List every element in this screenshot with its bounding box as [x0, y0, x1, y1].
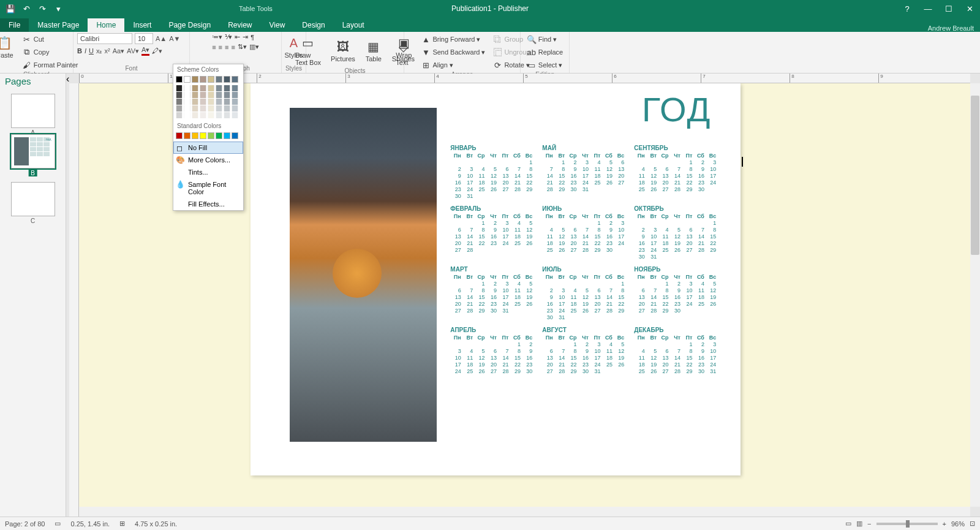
help-button[interactable]: ?: [897, 0, 918, 17]
bring-forward-button[interactable]: ▲Bring Forward ▾: [418, 33, 488, 45]
color-swatch[interactable]: [176, 85, 183, 91]
find-button[interactable]: 🔍Find ▾: [524, 33, 565, 45]
color-swatch[interactable]: [176, 105, 183, 112]
color-swatch[interactable]: [184, 92, 190, 98]
redo-button[interactable]: ↷: [36, 2, 49, 15]
change-case-button[interactable]: AV▾: [127, 47, 139, 55]
zoom-slider[interactable]: [876, 523, 938, 525]
tab-insert[interactable]: Insert: [124, 18, 160, 32]
color-swatch[interactable]: [208, 112, 214, 118]
vertical-ruler[interactable]: [69, 83, 79, 517]
color-swatch[interactable]: [232, 92, 238, 98]
tab-page-design[interactable]: Page Design: [160, 18, 219, 32]
no-fill-item[interactable]: ◻No Fill: [173, 142, 243, 154]
color-swatch[interactable]: [216, 132, 222, 139]
close-button[interactable]: ✕: [959, 0, 980, 17]
publication-page[interactable]: ГОД ЯНВАРЬПнВтСрЧтПтСбВс 123456789101112…: [251, 83, 741, 475]
zoom-level[interactable]: 96%: [951, 520, 965, 528]
color-swatch[interactable]: [216, 105, 222, 112]
color-swatch[interactable]: [176, 92, 183, 98]
color-swatch[interactable]: [232, 132, 238, 139]
sample-font-color-item[interactable]: 💧Sample Font Color: [173, 178, 243, 198]
color-swatch[interactable]: [216, 76, 222, 83]
save-button[interactable]: 💾: [4, 2, 17, 15]
paragraph-marks-button[interactable]: ¶: [251, 34, 254, 41]
color-swatch[interactable]: [192, 85, 198, 91]
decrease-indent-button[interactable]: ⇤: [235, 33, 240, 41]
align-center-button[interactable]: ≡: [219, 44, 222, 51]
color-swatch[interactable]: [176, 132, 183, 139]
line-spacing-button[interactable]: ⇅▾: [238, 43, 247, 51]
zoom-in-button[interactable]: +: [943, 520, 946, 528]
draw-text-box-button[interactable]: ▭Draw Text Box: [292, 33, 325, 67]
align-button[interactable]: ⊞Align ▾: [418, 59, 488, 71]
color-swatch[interactable]: [208, 92, 214, 98]
color-swatch[interactable]: [216, 85, 222, 91]
increase-indent-button[interactable]: ⇥: [243, 33, 248, 41]
color-swatch[interactable]: [200, 105, 206, 112]
horizontal-scrollbar[interactable]: [79, 507, 970, 517]
view-single-button[interactable]: ▭: [845, 520, 851, 528]
numbering-button[interactable]: ⅟▾: [225, 33, 232, 41]
color-swatch[interactable]: [192, 76, 198, 83]
color-swatch[interactable]: [216, 112, 222, 118]
color-swatch[interactable]: [200, 99, 206, 105]
table-button[interactable]: ▦Table: [361, 37, 386, 64]
user-name[interactable]: Andrew Breault: [928, 25, 974, 32]
vertical-scrollbar[interactable]: [970, 83, 980, 507]
color-swatch[interactable]: [216, 99, 222, 105]
color-swatch[interactable]: [224, 92, 230, 98]
justify-button[interactable]: ≡: [231, 44, 235, 51]
color-swatch[interactable]: [208, 132, 214, 139]
color-swatch[interactable]: [184, 105, 190, 112]
color-swatch[interactable]: [200, 85, 206, 91]
color-swatch[interactable]: [208, 99, 214, 105]
color-swatch[interactable]: [192, 99, 198, 105]
color-swatch[interactable]: [224, 132, 230, 139]
fit-page-button[interactable]: ⊡: [970, 520, 975, 528]
color-swatch[interactable]: [184, 132, 190, 139]
underline-button[interactable]: U: [89, 47, 94, 55]
color-swatch[interactable]: [200, 132, 206, 139]
tab-view[interactable]: View: [261, 18, 294, 32]
tab-home[interactable]: Home: [88, 18, 124, 32]
color-swatch[interactable]: [224, 99, 230, 105]
color-swatch[interactable]: [208, 76, 214, 83]
color-swatch[interactable]: [232, 112, 238, 118]
copy-button[interactable]: ⧉Copy: [20, 46, 81, 58]
color-swatch[interactable]: [224, 85, 230, 91]
wrap-text-button[interactable]: ▣Wrap Text: [391, 33, 416, 67]
fill-effects-item[interactable]: Fill Effects...: [173, 198, 243, 210]
color-swatch[interactable]: [192, 132, 198, 139]
select-button[interactable]: ▭Select ▾: [524, 59, 565, 71]
replace-button[interactable]: abReplace: [524, 46, 565, 58]
paste-button[interactable]: 📋Paste: [0, 33, 17, 60]
format-painter-button[interactable]: 🖌Format Painter: [20, 59, 81, 71]
color-swatch[interactable]: [232, 85, 238, 91]
color-swatch[interactable]: [184, 76, 190, 83]
color-swatch[interactable]: [200, 92, 206, 98]
send-backward-button[interactable]: ▼Send Backward ▾: [418, 46, 488, 58]
color-swatch[interactable]: [208, 85, 214, 91]
page-photo[interactable]: [290, 108, 437, 442]
bold-button[interactable]: B: [77, 47, 82, 55]
font-size-combo[interactable]: 10: [135, 33, 153, 44]
maximize-button[interactable]: ☐: [938, 0, 959, 17]
color-swatch[interactable]: [176, 99, 183, 105]
pictures-button[interactable]: 🖼Pictures: [327, 37, 359, 64]
view-spread-button[interactable]: ▥: [856, 520, 862, 528]
color-swatch[interactable]: [184, 85, 190, 91]
color-swatch[interactable]: [232, 105, 238, 112]
color-swatch[interactable]: [184, 112, 190, 118]
grow-font-button[interactable]: A▲: [156, 35, 167, 42]
color-swatch[interactable]: [192, 92, 198, 98]
color-swatch[interactable]: [232, 76, 238, 83]
zoom-out-button[interactable]: −: [867, 520, 871, 528]
columns-button[interactable]: ▥▾: [249, 43, 259, 51]
bullets-button[interactable]: ≔▾: [212, 33, 222, 41]
color-swatch[interactable]: [192, 105, 198, 112]
tab-layout[interactable]: Layout: [334, 18, 373, 32]
color-swatch[interactable]: [200, 112, 206, 118]
color-swatch[interactable]: [176, 112, 183, 118]
color-swatch[interactable]: [224, 76, 230, 83]
